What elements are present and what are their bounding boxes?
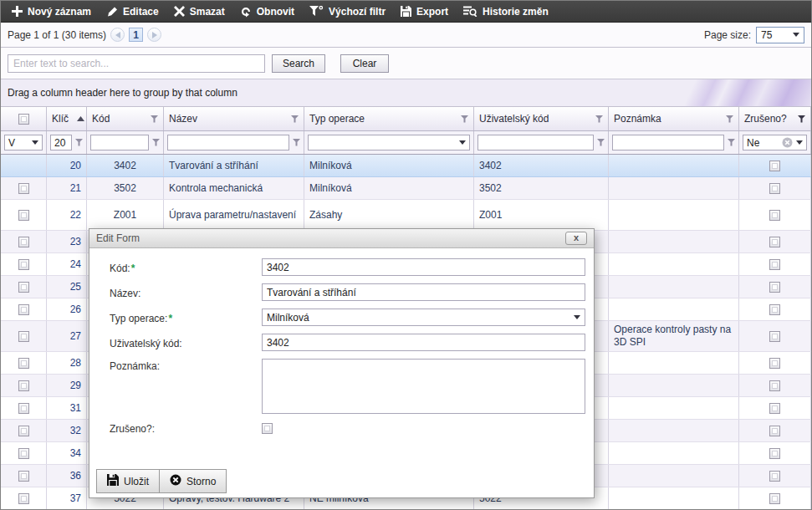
- group-by-hint: Drag a column header here to group by th…: [8, 87, 237, 99]
- field-label-zruseno: Zrušeno?:: [110, 421, 262, 435]
- delete-button[interactable]: Smazat: [168, 3, 232, 20]
- zruseno-row-checkbox[interactable]: [769, 304, 780, 315]
- cell-poznamka: [609, 465, 739, 487]
- poznamka-field[interactable]: [262, 359, 585, 414]
- zruseno-row-checkbox[interactable]: [769, 210, 780, 221]
- filter-funnel-icon[interactable]: [293, 139, 300, 146]
- default-filter-button[interactable]: Výchozí filtr: [304, 3, 393, 20]
- filter-klic-input[interactable]: [50, 135, 72, 150]
- filter-zruseno-value: Ne: [747, 137, 779, 149]
- group-by-panel[interactable]: Drag a column header here to group by th…: [1, 79, 811, 107]
- filter-funnel-icon[interactable]: [728, 139, 735, 146]
- filter-typ-operace-select[interactable]: [308, 135, 470, 150]
- cell-kod: 3502: [87, 177, 164, 199]
- filter-funnel-icon[interactable]: [461, 115, 468, 123]
- nazev-field[interactable]: [262, 283, 585, 301]
- chevron-down-icon: [32, 140, 38, 145]
- filter-funnel-icon[interactable]: [152, 139, 160, 146]
- row-checkbox[interactable]: [18, 282, 29, 293]
- zruseno-row-checkbox[interactable]: [769, 380, 780, 391]
- row-checkbox[interactable]: [18, 471, 29, 482]
- row-checkbox[interactable]: [18, 237, 29, 247]
- row-checkbox[interactable]: [18, 380, 29, 391]
- filter-nazev-input[interactable]: [167, 135, 289, 150]
- zruseno-row-checkbox[interactable]: [769, 471, 780, 482]
- table-row[interactable]: 203402Tvarování a stříháníMilníková3402: [1, 155, 811, 177]
- row-checkbox[interactable]: [18, 304, 29, 315]
- filter-funnel-icon[interactable]: [595, 115, 603, 123]
- selection-mode-select[interactable]: V: [4, 135, 43, 150]
- next-page-button[interactable]: [147, 28, 161, 42]
- chevron-down-icon: [459, 140, 466, 145]
- change-history-button[interactable]: Historie změn: [457, 3, 556, 20]
- page-number-button[interactable]: 1: [129, 28, 143, 42]
- dialog-titlebar[interactable]: Edit Form x: [89, 229, 594, 248]
- page-size-select[interactable]: 75: [756, 27, 804, 43]
- zruseno-row-checkbox[interactable]: [769, 282, 780, 293]
- filter-zruseno-select[interactable]: Ne: [743, 135, 807, 150]
- cell-zruseno: [739, 420, 811, 441]
- row-checkbox[interactable]: [18, 426, 29, 436]
- search-input[interactable]: [8, 54, 265, 73]
- zruseno-row-checkbox[interactable]: [769, 237, 780, 247]
- header-kod[interactable]: Kód: [87, 107, 164, 130]
- refresh-button[interactable]: Obnovit: [234, 3, 302, 20]
- uzivatelsky-kod-field[interactable]: [262, 334, 585, 351]
- row-checkbox[interactable]: [18, 403, 29, 414]
- export-button[interactable]: Export: [395, 3, 456, 20]
- zruseno-checkbox[interactable]: [262, 423, 273, 434]
- prev-page-button[interactable]: [110, 28, 125, 42]
- header-select-all[interactable]: [1, 107, 47, 130]
- row-checkbox[interactable]: [18, 259, 29, 270]
- filter-funnel-icon[interactable]: [726, 115, 733, 123]
- dialog-footer: Uložit Storno: [89, 469, 594, 497]
- cancel-button[interactable]: Storno: [159, 470, 226, 492]
- header-nazev[interactable]: Název: [164, 107, 304, 130]
- zruseno-row-checkbox[interactable]: [769, 259, 780, 270]
- filter-poznamka-input[interactable]: [612, 135, 724, 150]
- header-zruseno[interactable]: Zrušeno?: [739, 107, 811, 130]
- kod-field[interactable]: [262, 258, 585, 276]
- zruseno-row-checkbox[interactable]: [769, 403, 780, 414]
- toolbar-button-label: Nový záznam: [28, 6, 91, 18]
- filter-funnel-active-icon[interactable]: [798, 115, 805, 123]
- zruseno-row-checkbox[interactable]: [769, 426, 780, 436]
- filter-funnel-icon[interactable]: [291, 115, 299, 123]
- filter-funnel-icon[interactable]: [597, 139, 605, 146]
- cell-klic: 36: [47, 465, 87, 487]
- required-mark: *: [131, 263, 135, 274]
- row-checkbox[interactable]: [18, 331, 29, 342]
- filter-kod-input[interactable]: [90, 135, 149, 150]
- zruseno-row-checkbox[interactable]: [769, 448, 780, 459]
- zruseno-row-checkbox[interactable]: [769, 493, 780, 504]
- zruseno-row-checkbox[interactable]: [769, 331, 780, 342]
- search-button[interactable]: Search: [272, 54, 325, 73]
- table-row[interactable]: 213502Kontrola mechanickáMilníková3502: [1, 177, 811, 200]
- zruseno-row-checkbox[interactable]: [769, 358, 780, 369]
- row-checkbox[interactable]: [18, 210, 29, 221]
- typ-operace-select[interactable]: Milníková: [262, 309, 585, 326]
- table-row[interactable]: 22Z001Úprava parametru/nastaveníZásahyZ0…: [1, 200, 811, 231]
- row-checkbox[interactable]: [18, 448, 29, 459]
- clear-filter-icon[interactable]: [782, 137, 793, 148]
- header-typ-operace[interactable]: Typ operace: [304, 107, 474, 130]
- cell-uzivatelsky-kod: Z001: [474, 200, 609, 230]
- filter-funnel-icon[interactable]: [75, 139, 83, 146]
- header-uzivatelsky-kod[interactable]: Uživatelský kód: [474, 107, 609, 130]
- save-button[interactable]: Uložit: [97, 470, 159, 492]
- dialog-close-button[interactable]: x: [565, 232, 587, 245]
- filter-uzivatelsky-kod-input[interactable]: [477, 135, 594, 150]
- row-checkbox[interactable]: [18, 358, 29, 369]
- zruseno-row-checkbox[interactable]: [769, 183, 780, 194]
- zruseno-row-checkbox[interactable]: [769, 161, 780, 171]
- select-all-checkbox[interactable]: [18, 114, 29, 125]
- row-checkbox[interactable]: [18, 493, 29, 504]
- header-typ-operace-label: Typ operace: [309, 113, 365, 125]
- header-poznamka[interactable]: Poznámka: [609, 107, 739, 130]
- edit-button[interactable]: Editace: [100, 3, 166, 20]
- header-klic[interactable]: Klíč: [47, 107, 87, 130]
- clear-button[interactable]: Clear: [340, 54, 389, 73]
- filter-funnel-icon[interactable]: [151, 115, 158, 123]
- row-checkbox[interactable]: [18, 183, 29, 194]
- new-record-button[interactable]: Nový záznam: [6, 3, 99, 20]
